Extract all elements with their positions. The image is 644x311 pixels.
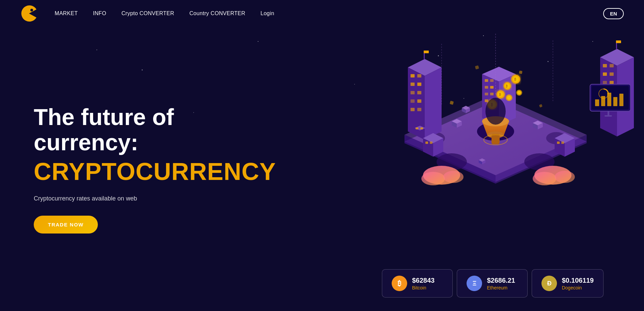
- svg-rect-31: [610, 72, 614, 76]
- svg-rect-94: [619, 94, 623, 106]
- svg-rect-117: [539, 104, 542, 107]
- hero-illustration: ₿ ₿ ₿ ₿: [334, 27, 644, 276]
- svg-rect-19: [411, 99, 415, 103]
- svg-text:₿: ₿: [499, 93, 501, 96]
- svg-rect-37: [616, 40, 621, 43]
- svg-rect-18: [417, 91, 421, 94]
- svg-rect-116: [450, 101, 454, 105]
- ethereum-price: $2686.21: [487, 277, 515, 284]
- logo[interactable]: [20, 5, 38, 22]
- bitcoin-name: Bitcoin: [412, 285, 435, 290]
- svg-rect-16: [417, 83, 421, 86]
- hero-title-white: The future of currency:: [34, 104, 236, 155]
- svg-rect-30: [603, 72, 607, 76]
- svg-rect-90: [595, 99, 599, 106]
- svg-rect-46: [490, 93, 494, 95]
- svg-rect-115: [420, 127, 423, 129]
- svg-point-1: [30, 9, 33, 11]
- svg-rect-57: [557, 142, 560, 144]
- svg-rect-29: [610, 64, 614, 67]
- nav-market[interactable]: MARKET: [55, 10, 78, 17]
- svg-rect-28: [603, 64, 607, 67]
- svg-rect-22: [417, 108, 421, 111]
- svg-rect-41: [485, 79, 488, 82]
- svg-rect-91: [601, 96, 605, 106]
- logo-icon: [20, 5, 38, 22]
- svg-rect-119: [475, 65, 479, 69]
- dogecoin-price: $0.106119: [562, 277, 594, 284]
- svg-rect-97: [605, 115, 612, 117]
- svg-rect-43: [485, 86, 488, 89]
- hero-subtitle: Cryptocurrency rates available on web: [34, 195, 236, 202]
- ethereum-icon: Ξ: [467, 276, 482, 291]
- svg-point-81: [485, 98, 506, 125]
- svg-rect-42: [490, 79, 494, 82]
- nav-crypto-converter[interactable]: Crypto CONVERTER: [121, 10, 174, 17]
- nav-country-converter[interactable]: Country CONVERTER: [189, 10, 245, 17]
- hero-title-orange: CRYPTOCURRENCY: [34, 158, 236, 185]
- price-cards: ₿ $62843 Bitcoin Ξ $2686.21 Ethereum Ð $…: [382, 269, 604, 298]
- nav-info[interactable]: INFO: [93, 10, 106, 17]
- svg-point-86: [533, 172, 556, 185]
- svg-rect-33: [610, 81, 614, 84]
- nav-login[interactable]: Login: [260, 10, 274, 17]
- bitcoin-icon: ₿: [392, 276, 407, 291]
- svg-rect-114: [416, 127, 418, 129]
- ethereum-card[interactable]: Ξ $2686.21 Ethereum: [457, 269, 528, 298]
- svg-rect-93: [613, 97, 617, 106]
- svg-rect-20: [417, 99, 421, 103]
- svg-rect-53: [430, 142, 432, 144]
- trade-now-button[interactable]: TRADE NOW: [34, 216, 98, 234]
- dogecoin-icon: Ð: [541, 276, 557, 291]
- ethereum-name: Ethereum: [487, 285, 515, 290]
- svg-point-83: [421, 172, 445, 185]
- svg-rect-52: [425, 142, 428, 144]
- dogecoin-info: $0.106119 Dogecoin: [562, 277, 594, 290]
- svg-point-84: [443, 171, 464, 183]
- dogecoin-name: Dogecoin: [562, 285, 594, 290]
- dogecoin-card[interactable]: Ð $0.106119 Dogecoin: [532, 269, 604, 298]
- bitcoin-card[interactable]: ₿ $62843 Bitcoin: [382, 269, 453, 298]
- svg-rect-17: [411, 91, 415, 94]
- svg-rect-58: [561, 142, 564, 144]
- svg-point-72: [505, 84, 510, 89]
- svg-point-80: [517, 91, 521, 95]
- hero-section: The future of currency: CRYPTOCURRENCY C…: [0, 27, 644, 311]
- svg-rect-14: [417, 74, 421, 77]
- navbar: MARKET INFO Crypto CONVERTER Country CON…: [0, 0, 644, 27]
- svg-rect-118: [519, 70, 522, 74]
- svg-rect-21: [411, 108, 415, 111]
- hero-content: The future of currency: CRYPTOCURRENCY C…: [0, 104, 236, 234]
- svg-rect-63: [492, 134, 500, 144]
- svg-rect-13: [411, 74, 415, 77]
- language-button[interactable]: EN: [603, 8, 624, 19]
- svg-rect-45: [485, 93, 488, 95]
- bitcoin-price: $62843: [412, 277, 435, 284]
- svg-rect-15: [411, 83, 415, 86]
- ethereum-info: $2686.21 Ethereum: [487, 277, 515, 290]
- svg-point-87: [555, 171, 575, 183]
- bitcoin-info: $62843 Bitcoin: [412, 277, 435, 290]
- svg-point-78: [507, 96, 511, 100]
- svg-text:₿: ₿: [514, 77, 516, 81]
- svg-rect-32: [603, 81, 607, 84]
- svg-rect-24: [424, 51, 429, 53]
- svg-rect-47: [485, 99, 488, 102]
- svg-marker-12: [425, 67, 442, 140]
- svg-rect-44: [490, 86, 494, 89]
- nav-links: MARKET INFO Crypto CONVERTER Country CON…: [55, 10, 603, 17]
